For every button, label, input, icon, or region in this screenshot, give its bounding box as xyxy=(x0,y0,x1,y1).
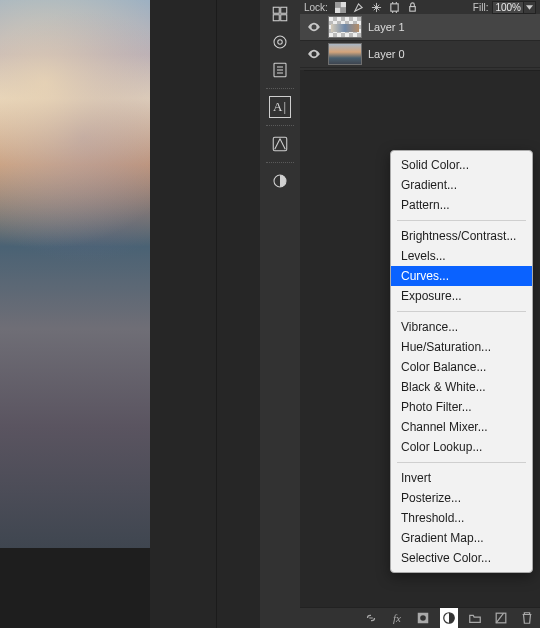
doc-divider xyxy=(216,0,217,628)
canvas-image[interactable] xyxy=(0,0,150,548)
layer-thumbnail[interactable] xyxy=(328,43,362,65)
menu-separator xyxy=(397,220,526,221)
canvas-pasteboard xyxy=(0,548,150,628)
layer-name[interactable]: Layer 0 xyxy=(368,48,405,60)
strip-separator xyxy=(263,160,297,165)
svg-rect-12 xyxy=(335,2,341,8)
layer-fx-icon[interactable]: fx xyxy=(388,608,406,629)
adjustment-menu-item[interactable]: Posterize... xyxy=(391,488,532,508)
lock-position-icon[interactable] xyxy=(368,0,386,14)
fill-label: Fill: xyxy=(473,2,489,13)
delete-layer-icon[interactable] xyxy=(518,608,536,629)
layer-row[interactable]: Layer 1 xyxy=(300,14,540,41)
layer-thumbnail[interactable] xyxy=(328,16,362,38)
svg-rect-0 xyxy=(273,7,279,13)
layer-mask-icon[interactable] xyxy=(414,608,432,629)
lock-transparent-icon[interactable] xyxy=(332,0,350,14)
adjustment-menu-item[interactable]: Photo Filter... xyxy=(391,397,532,417)
svg-rect-2 xyxy=(273,15,279,21)
adjustment-menu-item[interactable]: Levels... xyxy=(391,246,532,266)
lock-label: Lock: xyxy=(304,2,328,13)
layer-name[interactable]: Layer 1 xyxy=(368,21,405,33)
menu-separator xyxy=(397,462,526,463)
adjustment-menu-item[interactable]: Exposure... xyxy=(391,286,532,306)
new-group-icon[interactable] xyxy=(466,608,484,629)
adjustments-icon[interactable] xyxy=(260,56,300,84)
adjustment-menu-item[interactable]: Gradient... xyxy=(391,175,532,195)
lock-all-icon[interactable] xyxy=(404,0,422,14)
svg-rect-14 xyxy=(341,2,347,8)
svg-rect-17 xyxy=(410,6,416,11)
layers-panel: Lock: Fill: 100% Layer 1 Layer 0 xyxy=(300,0,540,68)
adjustment-menu-item[interactable]: Channel Mixer... xyxy=(391,417,532,437)
adjustment-menu-item[interactable]: Vibrance... xyxy=(391,317,532,337)
layers-panel-footer: fx xyxy=(300,607,540,628)
adjustment-menu-item[interactable]: Curves... xyxy=(391,266,532,286)
adjustment-menu-item[interactable]: Color Balance... xyxy=(391,357,532,377)
svg-point-4 xyxy=(274,36,286,48)
swatches-icon[interactable] xyxy=(260,0,300,28)
svg-rect-1 xyxy=(281,7,287,13)
lock-row: Lock: Fill: 100% xyxy=(300,0,540,14)
cc-libraries-icon[interactable] xyxy=(260,28,300,56)
visibility-toggle-icon[interactable] xyxy=(300,49,328,59)
right-icon-strip: A| xyxy=(260,0,300,200)
adjustment-menu-item[interactable]: Color Lookup... xyxy=(391,437,532,457)
type-tool-icon[interactable]: A| xyxy=(260,93,300,121)
visibility-toggle-icon[interactable] xyxy=(300,22,328,32)
adjustment-menu-item[interactable]: Brightness/Contrast... xyxy=(391,226,532,246)
layer-row[interactable]: Layer 0 xyxy=(300,41,540,68)
svg-rect-16 xyxy=(391,3,398,10)
adjustment-menu-item[interactable]: Black & White... xyxy=(391,377,532,397)
fill-dropdown-caret[interactable] xyxy=(524,1,536,14)
new-adjustment-layer-icon[interactable] xyxy=(440,608,458,629)
link-layers-icon[interactable] xyxy=(362,608,380,629)
strip-separator xyxy=(263,123,297,128)
half-circle-icon[interactable] xyxy=(260,167,300,195)
adjustment-menu-item[interactable]: Threshold... xyxy=(391,508,532,528)
adjustment-menu-item[interactable]: Hue/Saturation... xyxy=(391,337,532,357)
paragraph-styles-icon[interactable] xyxy=(260,130,300,158)
svg-rect-13 xyxy=(341,7,347,13)
svg-point-19 xyxy=(420,615,426,621)
svg-rect-15 xyxy=(335,7,341,13)
adjustment-menu-item[interactable]: Gradient Map... xyxy=(391,528,532,548)
svg-point-5 xyxy=(278,40,283,45)
adjustment-menu-item[interactable]: Invert xyxy=(391,468,532,488)
lock-artboard-icon[interactable] xyxy=(386,0,404,14)
document-background xyxy=(150,0,260,628)
lock-pixels-icon[interactable] xyxy=(350,0,368,14)
svg-rect-3 xyxy=(281,15,287,21)
menu-separator xyxy=(397,311,526,312)
adjustment-menu-item[interactable]: Solid Color... xyxy=(391,155,532,175)
adjustment-layer-menu[interactable]: Solid Color...Gradient...Pattern...Brigh… xyxy=(390,150,533,573)
fill-value[interactable]: 100% xyxy=(492,1,524,14)
new-layer-icon[interactable] xyxy=(492,608,510,629)
adjustment-menu-item[interactable]: Pattern... xyxy=(391,195,532,215)
adjustment-menu-item[interactable]: Selective Color... xyxy=(391,548,532,568)
strip-separator xyxy=(263,86,297,91)
